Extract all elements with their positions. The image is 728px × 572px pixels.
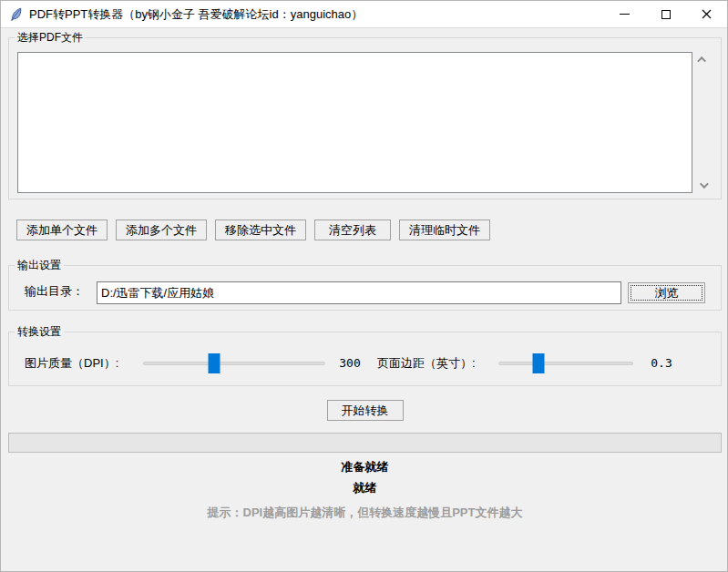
minimize-icon	[620, 14, 630, 15]
dpi-value: 300	[331, 352, 369, 374]
add-single-file-button[interactable]: 添加单个文件	[16, 220, 108, 240]
margin-slider-track	[498, 362, 633, 365]
add-multiple-files-button[interactable]: 添加多个文件	[116, 220, 207, 240]
app-window: PDF转PPT转换器（by钢小金子 吾爱破解论坛id：yanguichao） 选…	[0, 0, 728, 572]
file-action-button-row: 添加单个文件 添加多个文件 移除选中文件 清空列表 清理临时文件	[16, 220, 490, 240]
listbox-scrollbar[interactable]	[694, 52, 712, 193]
scrollbar-down-button[interactable]	[695, 178, 711, 193]
dpi-slider[interactable]	[143, 352, 325, 374]
window-body: 选择PDF文件 添加单个文件 添加多个文件 移除选中文件 清空列表 清理临时文件…	[1, 28, 728, 572]
maximize-icon	[661, 10, 671, 19]
start-conversion-button[interactable]: 开始转换	[327, 400, 404, 421]
dpi-slider-track	[143, 362, 325, 365]
maximize-button[interactable]	[645, 1, 686, 27]
clean-temp-files-button[interactable]: 清理临时文件	[399, 220, 490, 240]
conversion-settings-group: 转换设置 图片质量（DPI）: 300 页面边距（英寸）: 0.3	[8, 332, 722, 386]
file-selection-group: 选择PDF文件	[8, 37, 722, 199]
progress-bar	[8, 433, 722, 453]
output-settings-group: 输出设置 输出目录： 浏览	[8, 265, 722, 311]
status-secondary: 就绪	[1, 480, 728, 496]
margin-value: 0.3	[641, 352, 682, 374]
margin-slider-thumb[interactable]	[533, 353, 545, 373]
scrollbar-up-button[interactable]	[695, 52, 711, 67]
dpi-slider-thumb[interactable]	[209, 353, 220, 373]
remove-selected-button[interactable]: 移除选中文件	[215, 220, 306, 240]
status-hint: 提示：DPI越高图片越清晰，但转换速度越慢且PPT文件越大	[1, 505, 728, 521]
clear-list-button[interactable]: 清空列表	[314, 220, 391, 240]
status-primary: 准备就绪	[1, 459, 728, 475]
file-selection-group-label: 选择PDF文件	[15, 30, 86, 45]
close-icon	[702, 9, 712, 19]
conversion-settings-group-label: 转换设置	[15, 324, 64, 339]
tk-feather-icon	[9, 7, 24, 22]
minimize-button[interactable]	[604, 1, 645, 27]
titlebar[interactable]: PDF转PPT转换器（by钢小金子 吾爱破解论坛id：yanguichao）	[1, 1, 727, 28]
chevron-down-icon	[700, 179, 709, 189]
chevron-up-icon	[697, 56, 706, 66]
pdf-file-listbox[interactable]	[17, 52, 692, 193]
margin-label: 页面边距（英寸）:	[377, 352, 476, 374]
browse-button[interactable]: 浏览	[628, 282, 705, 303]
output-dir-input[interactable]	[97, 281, 621, 304]
window-title: PDF转PPT转换器（by钢小金子 吾爱破解论坛id：yanguichao）	[29, 6, 363, 23]
close-button[interactable]	[686, 1, 727, 27]
dpi-label: 图片质量（DPI）:	[25, 352, 118, 374]
margin-slider[interactable]	[498, 352, 633, 374]
output-dir-label: 输出目录：	[25, 281, 84, 302]
output-settings-group-label: 输出设置	[15, 258, 64, 272]
window-controls	[604, 1, 727, 27]
